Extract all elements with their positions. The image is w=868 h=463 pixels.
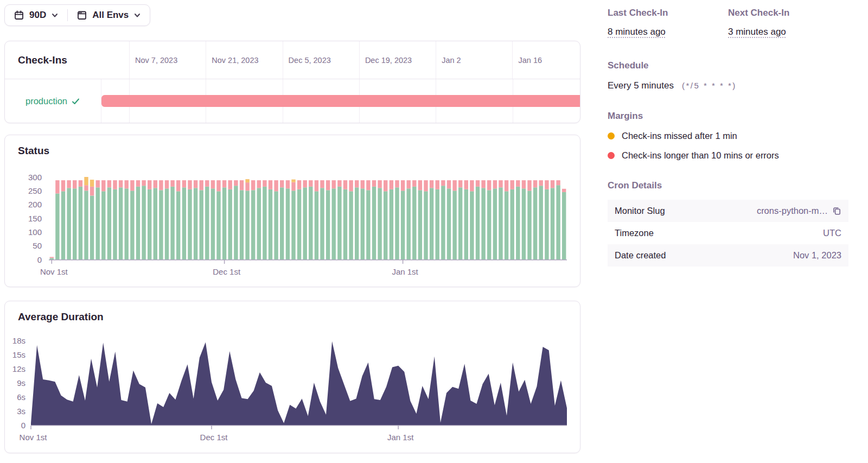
status-bar-segment-timeout_or_error[interactable] — [395, 180, 399, 187]
status-bar-segment-ok[interactable] — [493, 188, 497, 259]
status-bar-segment-timeout_or_error[interactable] — [378, 180, 381, 188]
status-bar-segment-ok[interactable] — [401, 191, 405, 259]
status-bar-segment-ok[interactable] — [234, 186, 238, 259]
status-bar-segment-ok[interactable] — [395, 187, 399, 259]
status-bar-segment-timeout_or_error[interactable] — [390, 180, 393, 189]
status-bar-segment-timeout_or_error[interactable] — [280, 180, 284, 187]
status-bar-segment-timeout_or_error[interactable] — [527, 180, 531, 191]
status-bar-segment-ok[interactable] — [107, 187, 111, 259]
environment-filter-button[interactable]: All Envs — [68, 5, 150, 26]
status-bar-segment-timeout_or_error[interactable] — [136, 180, 140, 187]
status-bar-segment-timeout_or_error[interactable] — [487, 180, 491, 190]
status-bar-segment-ok[interactable] — [50, 258, 54, 260]
status-bar-segment-ok[interactable] — [458, 187, 462, 259]
status-bar-segment-ok[interactable] — [142, 186, 145, 259]
status-bar-segment-ok[interactable] — [205, 187, 209, 259]
status-bar-segment-ok[interactable] — [418, 190, 422, 259]
status-bar-segment-ok[interactable] — [79, 187, 82, 259]
status-bar-segment-timeout_or_error[interactable] — [510, 180, 514, 189]
status-bar-segment-timeout_or_error[interactable] — [332, 180, 336, 188]
status-bar-segment-ok[interactable] — [96, 187, 100, 259]
status-bar-segment-ok[interactable] — [349, 191, 353, 259]
status-bar-segment-timeout_or_error[interactable] — [470, 180, 474, 191]
status-bar-segment-timeout_or_error[interactable] — [481, 180, 485, 188]
status-bar-segment-ok[interactable] — [366, 190, 370, 259]
status-bar-segment-timeout_or_error[interactable] — [516, 180, 520, 187]
status-bar-segment-timeout_or_error[interactable] — [545, 180, 548, 189]
status-bar-segment-timeout_or_error[interactable] — [556, 180, 560, 185]
status-bar-segment-ok[interactable] — [182, 187, 186, 259]
status-bar-segment-ok[interactable] — [159, 190, 163, 259]
status-bar-segment-ok[interactable] — [447, 188, 451, 259]
next-checkin-value[interactable]: 3 minutes ago — [728, 27, 786, 37]
status-bar-segment-ok[interactable] — [216, 191, 220, 259]
status-bar-segment-ok[interactable] — [67, 188, 71, 259]
status-bar-segment-ok[interactable] — [430, 188, 433, 259]
status-bar-segment-timeout_or_error[interactable] — [50, 257, 54, 258]
status-bar-segment-timeout_or_error[interactable] — [418, 180, 422, 190]
status-bar-segment-ok[interactable] — [113, 189, 117, 259]
status-bar-segment-ok[interactable] — [556, 185, 560, 259]
status-bar-segment-ok[interactable] — [487, 190, 491, 259]
status-bar-segment-timeout_or_error[interactable] — [430, 180, 433, 188]
status-bar-segment-timeout_or_error[interactable] — [384, 180, 387, 191]
status-bar-segment-ok[interactable] — [297, 189, 301, 259]
status-bar-segment-ok[interactable] — [464, 189, 468, 259]
status-bar-segment-timeout_or_error[interactable] — [234, 180, 238, 186]
status-bar-segment-timeout_or_error[interactable] — [165, 180, 169, 188]
status-bar-segment-ok[interactable] — [372, 187, 376, 259]
status-bar-segment-ok[interactable] — [84, 191, 88, 259]
status-bar-segment-ok[interactable] — [154, 188, 157, 259]
status-bar-segment-timeout_or_error[interactable] — [441, 180, 445, 186]
status-bar-segment-ok[interactable] — [119, 187, 123, 259]
status-bar-segment-missed[interactable] — [84, 177, 88, 185]
status-bar-segment-timeout_or_error[interactable] — [505, 180, 508, 191]
status-bar-segment-ok[interactable] — [476, 187, 480, 259]
duration-area-series[interactable] — [31, 341, 567, 425]
status-bar-segment-timeout_or_error[interactable] — [458, 180, 462, 187]
status-bar-segment-timeout_or_error[interactable] — [240, 180, 244, 190]
status-bar-segment-ok[interactable] — [505, 191, 508, 259]
status-bar-segment-ok[interactable] — [390, 189, 393, 259]
status-bar-segment-timeout_or_error[interactable] — [349, 180, 353, 191]
status-bar-segment-ok[interactable] — [407, 188, 411, 259]
status-bar-segment-timeout_or_error[interactable] — [194, 180, 197, 188]
status-bar-segment-ok[interactable] — [412, 187, 416, 259]
status-bar-segment-ok[interactable] — [481, 188, 485, 259]
status-bar-segment-ok[interactable] — [303, 187, 307, 259]
status-bar-segment-ok[interactable] — [441, 186, 445, 259]
status-bar-segment-ok[interactable] — [73, 188, 76, 259]
status-bar-segment-ok[interactable] — [55, 193, 59, 259]
status-bar-segment-ok[interactable] — [533, 187, 537, 259]
status-bar-segment-ok[interactable] — [200, 190, 203, 259]
status-bar-segment-ok[interactable] — [551, 188, 554, 259]
status-bar-segment-ok[interactable] — [452, 191, 456, 259]
status-bar-segment-timeout_or_error[interactable] — [182, 180, 186, 187]
status-bar-segment-timeout_or_error[interactable] — [113, 180, 117, 189]
status-bar-segment-ok[interactable] — [326, 190, 330, 259]
status-bar-segment-ok[interactable] — [384, 191, 387, 259]
status-bar-segment-timeout_or_error[interactable] — [343, 180, 347, 189]
checkins-status-bar[interactable] — [101, 95, 580, 107]
status-bar-segment-timeout_or_error[interactable] — [493, 180, 497, 188]
date-range-filter-button[interactable]: 90D — [5, 5, 67, 26]
status-bar-segment-ok[interactable] — [510, 189, 514, 259]
status-bar-segment-ok[interactable] — [125, 188, 129, 259]
status-bar-segment-ok[interactable] — [470, 191, 474, 259]
status-bar-segment-timeout_or_error[interactable] — [107, 180, 111, 187]
status-bar-segment-ok[interactable] — [355, 187, 359, 259]
status-bar-segment-timeout_or_error[interactable] — [309, 180, 312, 187]
status-bar-segment-ok[interactable] — [257, 188, 261, 259]
status-bar-segment-ok[interactable] — [315, 191, 318, 259]
status-bar-segment-timeout_or_error[interactable] — [188, 180, 192, 189]
status-bar-segment-timeout_or_error[interactable] — [90, 187, 94, 196]
status-bar-segment-timeout_or_error[interactable] — [205, 180, 209, 187]
status-bar-segment-ok[interactable] — [222, 187, 226, 259]
status-bar-segment-timeout_or_error[interactable] — [447, 180, 451, 188]
last-checkin-value[interactable]: 8 minutes ago — [608, 27, 666, 37]
status-bar-segment-timeout_or_error[interactable] — [176, 180, 180, 191]
status-bar-segment-timeout_or_error[interactable] — [148, 180, 151, 189]
status-bar-segment-ok[interactable] — [176, 191, 180, 259]
status-bar-segment-missed[interactable] — [90, 180, 94, 187]
status-bar-segment-timeout_or_error[interactable] — [551, 180, 554, 188]
